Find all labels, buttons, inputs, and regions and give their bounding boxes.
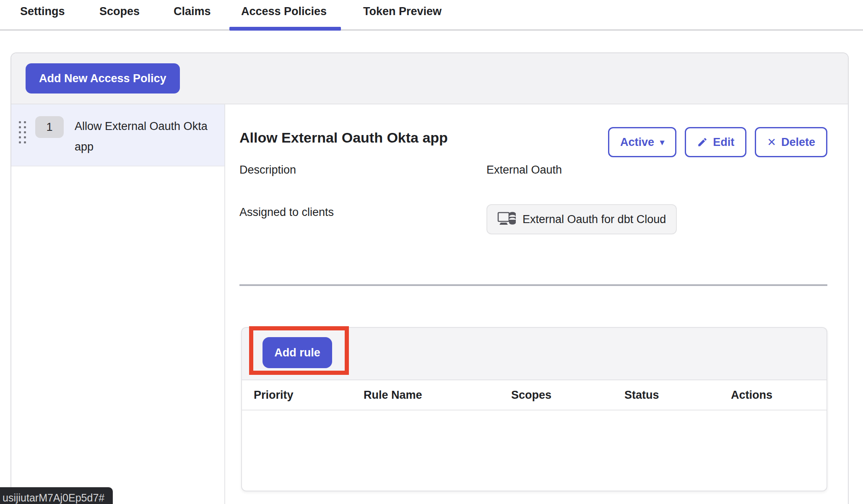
- client-device-icon: [497, 211, 517, 227]
- rules-table-empty-body: [242, 410, 827, 504]
- drag-handle-icon[interactable]: [19, 121, 26, 143]
- column-header-priority: Priority: [254, 389, 364, 402]
- column-header-scopes: Scopes: [511, 389, 624, 402]
- column-header-actions: Actions: [731, 389, 827, 402]
- status-dropdown-button[interactable]: Active ▾: [608, 127, 676, 157]
- client-chip: External Oauth for dbt Cloud: [486, 204, 677, 234]
- tab-scopes[interactable]: Scopes: [99, 5, 140, 18]
- panel-header: Add New Access Policy: [11, 53, 848, 104]
- rules-table-header: Priority Rule Name Scopes Status Actions: [242, 380, 827, 410]
- add-new-access-policy-button[interactable]: Add New Access Policy: [26, 63, 180, 94]
- add-rule-button[interactable]: Add rule: [263, 337, 332, 368]
- tab-claims[interactable]: Claims: [174, 5, 211, 18]
- tab-token-preview[interactable]: Token Preview: [363, 5, 442, 18]
- policy-action-buttons: Active ▾ Edit ✕ Delete: [608, 127, 827, 157]
- rules-panel: Add rule Priority Rule Name Scopes Statu…: [241, 327, 827, 491]
- detail-header-row: Allow External Oauth Okta app Active ▾ E…: [239, 127, 827, 157]
- column-header-status: Status: [624, 389, 731, 402]
- column-header-rule-name: Rule Name: [364, 389, 511, 402]
- chevron-down-icon: ▾: [660, 137, 664, 147]
- close-icon: ✕: [767, 136, 776, 149]
- delete-button[interactable]: ✕ Delete: [755, 127, 827, 157]
- policy-priority-badge: 1: [35, 116, 64, 138]
- policy-title: Allow External Oauth Okta app: [239, 130, 448, 146]
- assigned-to-clients-label: Assigned to clients: [239, 206, 334, 219]
- tabbar-bottom-border: [0, 29, 863, 31]
- description-value: External Oauth: [486, 164, 562, 177]
- edit-label: Edit: [713, 136, 734, 149]
- policy-name-label: Allow External Oauth Okta app: [75, 116, 213, 157]
- client-chip-label: External Oauth for dbt Cloud: [522, 213, 666, 226]
- edit-button[interactable]: Edit: [685, 127, 746, 157]
- url-preview-tooltip: usijiutarM7Aj0Ep5d7#: [0, 487, 113, 504]
- description-label: Description: [239, 164, 296, 177]
- access-policies-panel: Add New Access Policy 1 Allow External O…: [10, 52, 849, 504]
- rules-table: Priority Rule Name Scopes Status Actions: [242, 379, 827, 491]
- tab-access-policies[interactable]: Access Policies: [241, 5, 327, 18]
- tab-bar: Settings Scopes Claims Access Policies T…: [0, 0, 863, 31]
- policy-list: 1 Allow External Oauth Okta app: [11, 104, 225, 504]
- policy-detail-pane: Allow External Oauth Okta app Active ▾ E…: [225, 104, 848, 504]
- status-label: Active: [620, 136, 654, 149]
- panel-body: 1 Allow External Oauth Okta app Allow Ex…: [11, 104, 848, 504]
- delete-label: Delete: [781, 136, 815, 149]
- pencil-icon: [697, 137, 708, 148]
- active-tab-underline: [229, 27, 341, 31]
- tab-settings[interactable]: Settings: [20, 5, 65, 18]
- policy-list-item[interactable]: 1 Allow External Oauth Okta app: [11, 104, 224, 166]
- section-divider: [239, 284, 827, 286]
